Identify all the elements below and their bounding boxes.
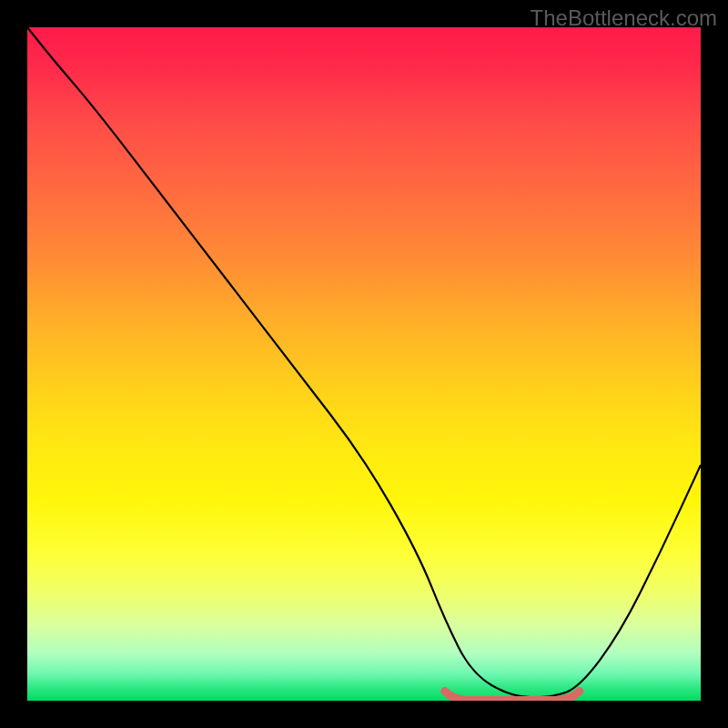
watermark-text: TheBottleneck.com: [531, 5, 717, 31]
chart-plot-area: [27, 27, 701, 701]
chart-svg: [27, 27, 701, 701]
bottleneck-curve-line: [27, 27, 701, 697]
optimal-flat-segment: [445, 692, 580, 701]
